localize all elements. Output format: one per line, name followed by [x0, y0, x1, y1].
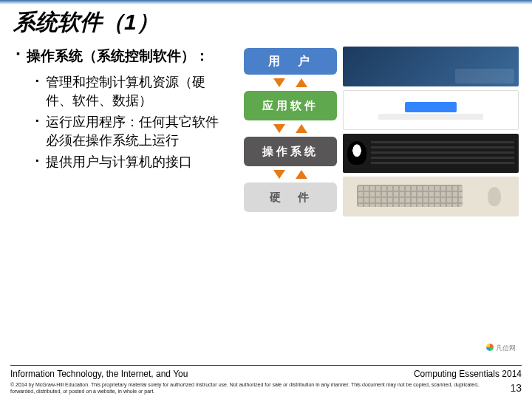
- keyboard-icon: [357, 185, 463, 207]
- arrows-icon: [257, 169, 324, 180]
- bullet-item: 运行应用程序：任何其它软件必须在操作系统上运行: [35, 113, 231, 150]
- arrows-icon: [257, 78, 324, 88]
- layer-diagram: 用 户 应用软件 操作系统 硬 件: [242, 47, 338, 216]
- layer-os: 操作系统: [244, 137, 337, 166]
- thumb-windows-desktop: [343, 47, 519, 86]
- footer: Information Technology, the Internet, an…: [0, 365, 532, 399]
- layer-user: 用 户: [244, 48, 337, 75]
- thumbnail-grid: [343, 47, 519, 216]
- thumb-browser-baidu: [343, 90, 519, 130]
- graphics-column: 用 户 应用软件 操作系统 硬 件: [242, 47, 519, 216]
- penguin-icon: [347, 141, 366, 165]
- copyright-text: © 2014 by McGraw-Hill Education. This pr…: [10, 382, 501, 395]
- content-area: 操作系统（系统控制软件）： 管理和控制计算机资源（硬件、软件、数据） 运行应用程…: [0, 38, 532, 216]
- layer-hardware: 硬 件: [244, 183, 337, 212]
- page-number: 13: [501, 382, 522, 395]
- mouse-icon: [488, 187, 501, 206]
- watermark: 凡信网: [486, 344, 516, 353]
- bullet-item: 管理和控制计算机资源（硬件、软件、数据）: [35, 73, 231, 110]
- bullet-list: 管理和控制计算机资源（硬件、软件、数据） 运行应用程序：任何其它软件必须在操作系…: [35, 73, 231, 172]
- layer-application: 应用软件: [244, 91, 337, 120]
- slide-title: 系统软件（1）: [0, 4, 532, 38]
- watermark-text: 凡信网: [496, 344, 516, 352]
- footer-divider: [10, 365, 522, 366]
- watermark-logo-icon: [486, 344, 494, 351]
- bullet-item: 提供用户与计算机的接口: [35, 153, 231, 171]
- thumb-keyboard-mouse: [343, 177, 519, 216]
- arrows-icon: [257, 123, 324, 134]
- thumb-linux-terminal: [343, 134, 519, 174]
- main-heading: 操作系统（系统控制软件）：: [16, 47, 231, 66]
- text-column: 操作系统（系统控制软件）： 管理和控制计算机资源（硬件、软件、数据） 运行应用程…: [16, 47, 231, 216]
- footer-left: Information Technology, the Internet, an…: [10, 369, 188, 379]
- footer-right: Computing Essentials 2014: [414, 369, 522, 379]
- terminal-text: [371, 141, 514, 165]
